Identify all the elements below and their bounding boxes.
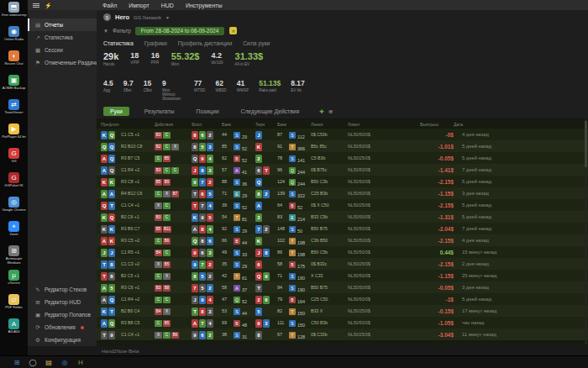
add-report-icon[interactable]: ✚ (319, 108, 323, 115)
column-header[interactable]: Выигрыш (420, 122, 454, 127)
filter-clear-icon[interactable]: ✕ (229, 27, 237, 34)
player-network: GG Network (134, 15, 161, 20)
stake-label: NL50/25/0$ (348, 155, 395, 160)
desktop-icon[interactable]: ▱ PDF Folder (1, 294, 28, 318)
view-tab-0[interactable]: Статистика (103, 40, 134, 46)
pot-size-2: 71 (277, 273, 289, 278)
hand-date: 5 дней назад (454, 214, 521, 219)
preflop-actions: B2 C5 +1 (121, 273, 155, 278)
columns-icon[interactable]: ≣ (328, 108, 333, 115)
menu-item-3[interactable]: Инструменты (180, 3, 228, 8)
profit-value: -1.15$ (420, 191, 454, 197)
action-line: 0$ C53b (311, 132, 348, 137)
position-chip: S (234, 179, 240, 186)
explorer-icon[interactable]: ▤ (44, 357, 54, 367)
sidebar-item[interactable]: ⚙ Конфигурация (28, 334, 97, 346)
position-chip: S (289, 191, 296, 197)
view-tab-3[interactable]: Сила руки (243, 40, 270, 46)
sidebar-item[interactable]: ⊞ Редактор HUD (28, 296, 97, 308)
desktop-icon[interactable]: G GGPokerOK (1, 172, 28, 196)
action-chip: C (163, 214, 171, 221)
card-icon: 9 (192, 331, 198, 339)
column-header[interactable]: Терн (255, 122, 277, 127)
column-header[interactable]: Лимит (348, 122, 395, 127)
player-selector[interactable]: $ Hero GG Network ▼ (97, 10, 588, 24)
column-header[interactable]: Банк (222, 122, 234, 127)
action-line: 0$ X C50 (311, 202, 348, 208)
sidebar-item[interactable]: ✎ Редактор Стеков (28, 283, 97, 296)
desktop-icon[interactable]: ◎ Google Chrome (1, 197, 28, 220)
sidebar-item[interactable]: ▣ Редактор Попапов (28, 308, 97, 321)
menu-item-1[interactable]: Импорт (123, 3, 155, 8)
desktop-icon-label: PotPlayer 64 bit (1, 135, 28, 139)
hand-row[interactable]: T9 C1 C4 +1 XCB6 962 38 S31 8 67 T128 0$… (97, 329, 588, 340)
column-header[interactable]: Дата (454, 122, 521, 127)
desktop-icon[interactable]: ◉ Online Radio (1, 26, 28, 50)
desktop-icon[interactable]: G GG (1, 148, 28, 171)
stat-label: Won Without Showdown (162, 88, 184, 101)
filter-row: ▼ Фильтр From 28-08-2024 to 06-09-2024 ✕ (97, 24, 588, 37)
sidebar-item-label: Редактор Стеков (45, 287, 87, 292)
stat-value: 31.33$ (235, 51, 264, 61)
column-header[interactable]: Линия (311, 122, 348, 127)
hands-tab-1[interactable]: Результаты (138, 107, 181, 116)
pot-size: 92 (222, 226, 234, 231)
stat-value: 16 (151, 51, 160, 60)
column-header[interactable]: Банк (277, 122, 289, 127)
sidebar-item[interactable]: ▦ Сессии (28, 44, 97, 56)
date-range-filter[interactable]: From 28-08-2024 to 06-09-2024 (135, 27, 225, 35)
preflop-actions: R3 B7 C5 (121, 155, 155, 160)
profit-value: -1.15$ (420, 273, 454, 279)
sidebar-item[interactable]: ↗ Статистика (28, 31, 97, 44)
column-header[interactable]: Действия (155, 122, 192, 127)
view-tab-2[interactable]: Профиль дистанции (178, 40, 232, 46)
turn-river-cards: 8 (255, 327, 277, 342)
hands-tab-0[interactable]: Руки (103, 107, 129, 116)
stat-block: 4.5 Agg (103, 79, 113, 92)
browser-icon[interactable]: ◎ (60, 357, 70, 367)
hands-tab-3[interactable]: Следующие Действия (234, 107, 307, 116)
position-chip: A (234, 167, 240, 174)
action-chip: B4 (155, 308, 162, 315)
desktop-icon[interactable]: µ uTorrent (1, 270, 28, 293)
scrollbar-thumb[interactable] (585, 121, 587, 167)
position-chip: Q (289, 179, 296, 186)
desktop-icon[interactable]: ⬒ Этот компьютер (1, 2, 28, 25)
sidebar-item[interactable]: ⚑ Отмеченные Раздачи (28, 56, 97, 69)
desktop-icon[interactable]: ⊞ Активация Windows (1, 245, 28, 269)
stat-block: 51.13$ Rake paid (259, 79, 281, 92)
hamburger-icon[interactable] (33, 3, 39, 8)
desktop-icon[interactable]: ▣ AOMEI Backup (1, 75, 28, 98)
stat-value: 77 (194, 79, 206, 87)
action-line: B33 X (311, 308, 348, 313)
desktop-icon[interactable]: ⇄ TeamViewer (1, 99, 28, 123)
stat-block: 62 W$SD (215, 79, 226, 92)
hands-tab-2[interactable]: Позиции (190, 107, 226, 116)
position-chip: Q (289, 167, 296, 174)
stats-secondary-row: 4.5 Agg 9.7 3Bet 15 CBet 9 Won Without S… (97, 78, 588, 104)
start-button[interactable]: ⊞ (12, 357, 22, 367)
action-chip: B4 (155, 250, 162, 256)
menu-item-0[interactable]: Файл (97, 3, 123, 8)
sidebar-item[interactable]: ▤ Отчеты (28, 18, 97, 31)
column-header[interactable]: Префлоп (101, 122, 121, 127)
filter-label[interactable]: Фильтр (113, 28, 131, 34)
sidebar-item-label: Отмеченные Раздачи (45, 60, 97, 66)
hand2note-icon[interactable]: H (76, 357, 86, 367)
column-header[interactable]: Флоп (192, 122, 222, 127)
sidebar-item-icon: ↗ (34, 34, 41, 41)
stat-value: 15 (144, 79, 152, 87)
card-icon: 2 (207, 331, 213, 339)
sidebar-item[interactable]: ⟳ Обновления (28, 321, 97, 334)
preflop-actions: R3 B8 C5 (121, 320, 155, 325)
menu-item-2[interactable]: HUD (155, 3, 180, 8)
search-icon[interactable]: ◯ (28, 357, 38, 367)
view-tab-1[interactable]: Графики (144, 40, 167, 46)
pot-size: 49 (222, 250, 234, 255)
desktop-icon[interactable]: ▶ PotPlayer 64 bit (1, 124, 28, 147)
scrollbar[interactable] (585, 119, 587, 344)
desktop-icon[interactable]: A AIDA64 (1, 318, 28, 342)
desktop-icon[interactable]: ⌖ Zoom (1, 221, 28, 244)
desktop-icon[interactable]: ◖ Recent Chat (1, 50, 28, 74)
stat-block: 15 CBet (144, 79, 152, 92)
